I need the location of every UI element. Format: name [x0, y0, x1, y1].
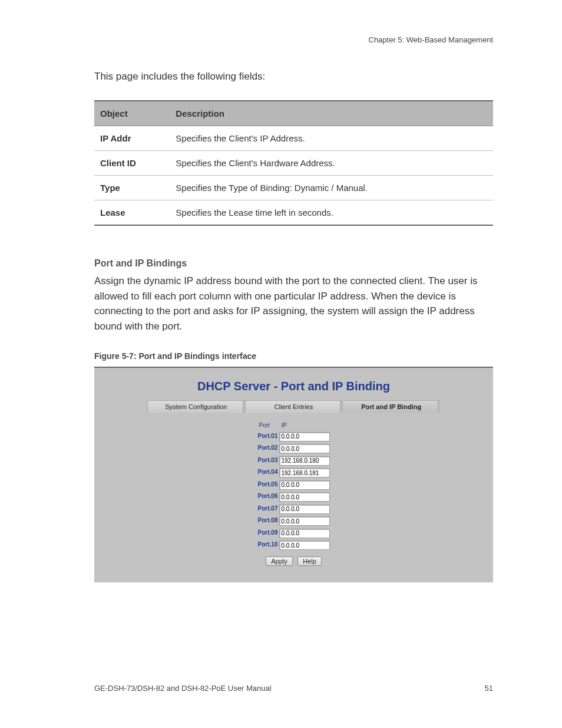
fields-header-object: Object — [94, 101, 170, 126]
section-body: Assign the dynamic IP address bound with… — [94, 274, 493, 334]
port-ip-cell — [279, 442, 330, 454]
screenshot-panel: DHCP Server - Port and IP Binding System… — [94, 367, 493, 582]
port-row: Port.10 — [257, 539, 331, 551]
field-object: Client ID — [94, 151, 170, 176]
port-label: Port.09 — [257, 526, 279, 539]
ip-input[interactable] — [279, 492, 330, 502]
table-row: LeaseSpecifies the Lease time left in se… — [94, 200, 493, 226]
field-description: Specifies the Type of Binding: Dynamic /… — [170, 176, 493, 200]
table-row: Client IDSpecifies the Client's Hardware… — [94, 151, 493, 176]
port-label: Port.07 — [257, 502, 279, 515]
field-description: Specifies the Lease time left in seconds… — [170, 200, 493, 226]
chapter-header: Chapter 5: Web-Based Management — [369, 35, 494, 44]
port-row: Port.07 — [257, 502, 331, 515]
port-ip-cell — [279, 502, 330, 515]
figure-caption: Figure 5-7: Port and IP Bindings interfa… — [94, 351, 493, 361]
ip-input[interactable] — [279, 444, 330, 453]
port-ip-cell — [279, 478, 330, 490]
ip-input[interactable] — [279, 529, 330, 538]
help-button[interactable]: Help — [297, 556, 322, 566]
section-heading: Port and IP Bindings — [94, 258, 493, 269]
port-label: Port.08 — [257, 515, 279, 527]
port-label: Port.06 — [257, 490, 279, 503]
fields-header-description: Description — [170, 101, 493, 126]
port-ip-cell — [279, 490, 330, 503]
port-ip-table: Port IP Port.01Port.02Port.03Port.04Port… — [257, 421, 331, 551]
port-label: Port.03 — [257, 454, 279, 466]
port-label: Port.01 — [257, 430, 279, 442]
port-row: Port.05 — [257, 478, 331, 490]
ip-input[interactable] — [279, 480, 330, 490]
field-object: Lease — [94, 200, 170, 226]
screenshot-title: DHCP Server - Port and IP Binding — [147, 380, 440, 393]
port-row: Port.03 — [257, 454, 331, 466]
table-row: TypeSpecifies the Type of Binding: Dynam… — [94, 176, 493, 200]
port-ip-body: Port.01Port.02Port.03Port.04Port.05Port.… — [257, 430, 331, 551]
port-ip-cell — [279, 526, 330, 539]
port-header: Port — [257, 421, 279, 430]
port-label: Port.02 — [257, 442, 279, 454]
tabs-row: System ConfigurationClient EntriesPort a… — [147, 400, 440, 413]
port-row: Port.04 — [257, 466, 331, 479]
fields-table: Object Description IP AddrSpecifies the … — [94, 100, 493, 226]
ip-input[interactable] — [279, 432, 330, 442]
field-object: Type — [94, 176, 170, 200]
ip-input[interactable] — [279, 505, 330, 514]
ip-header: IP — [279, 421, 330, 430]
ip-input[interactable] — [279, 516, 330, 526]
footer-page: 51 — [485, 684, 493, 693]
fields-body: IP AddrSpecifies the Client's IP Address… — [94, 126, 493, 226]
port-label: Port.04 — [257, 466, 279, 479]
port-row: Port.08 — [257, 515, 331, 527]
table-row: IP AddrSpecifies the Client's IP Address… — [94, 126, 493, 151]
tab-client-entries[interactable]: Client Entries — [245, 400, 343, 413]
ip-input[interactable] — [279, 468, 330, 477]
ip-input[interactable] — [279, 541, 330, 550]
page-footer: GE-DSH-73/DSH-82 and DSH-82-PoE User Man… — [94, 684, 493, 693]
port-ip-cell — [279, 466, 330, 479]
port-ip-cell — [279, 454, 330, 466]
port-label: Port.10 — [257, 539, 279, 551]
button-row: Apply Help — [147, 555, 440, 566]
tab-system-configuration[interactable]: System Configuration — [147, 400, 245, 413]
port-ip-cell — [279, 539, 330, 551]
field-object: IP Addr — [94, 126, 170, 151]
port-row: Port.09 — [257, 526, 331, 539]
tab-port-and-ip-binding[interactable]: Port and IP Binding — [342, 400, 440, 413]
port-row: Port.02 — [257, 442, 331, 454]
field-description: Specifies the Client's IP Address. — [170, 126, 493, 151]
footer-manual: GE-DSH-73/DSH-82 and DSH-82-PoE User Man… — [94, 684, 272, 693]
port-row: Port.01 — [257, 430, 331, 442]
field-description: Specifies the Client's Hardware Address. — [170, 151, 493, 176]
page: Chapter 5: Web-Based Management This pag… — [0, 0, 562, 728]
ip-input[interactable] — [279, 456, 330, 466]
port-label: Port.05 — [257, 478, 279, 490]
intro-text: This page includes the following fields: — [94, 71, 493, 83]
apply-button[interactable]: Apply — [266, 556, 293, 566]
port-ip-cell — [279, 515, 330, 527]
port-ip-cell — [279, 430, 330, 442]
port-row: Port.06 — [257, 490, 331, 503]
